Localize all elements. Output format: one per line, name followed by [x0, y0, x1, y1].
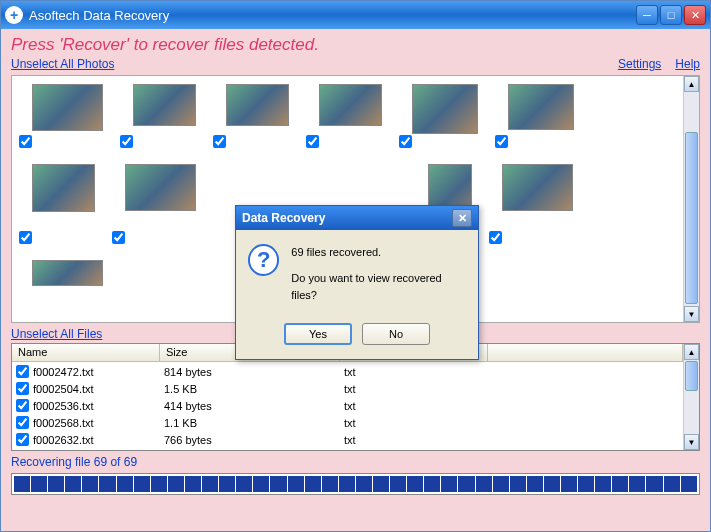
unselect-all-photos-link[interactable]: Unselect All Photos: [11, 57, 114, 71]
progress-segment: [253, 476, 269, 492]
minimize-button[interactable]: ─: [636, 5, 658, 25]
photo-item[interactable]: [32, 260, 103, 286]
dialog-title: Data Recovery: [242, 211, 452, 225]
photo-thumbnail[interactable]: [226, 84, 289, 126]
photo-item[interactable]: [125, 164, 196, 230]
photo-thumbnail[interactable]: [502, 164, 573, 211]
photo-thumbnail[interactable]: [32, 260, 103, 286]
table-row[interactable]: f0002568.txt: [12, 414, 160, 431]
table-row[interactable]: f0002632.txt: [12, 431, 160, 448]
progress-segment: [595, 476, 611, 492]
photo-checkbox[interactable]: [306, 135, 319, 148]
photo-thumbnail[interactable]: [133, 84, 196, 126]
file-ext: txt: [340, 363, 488, 380]
photo-thumbnail[interactable]: [32, 84, 103, 131]
no-button[interactable]: No: [362, 323, 430, 345]
progress-segment: [664, 476, 680, 492]
photo-checkbox[interactable]: [495, 135, 508, 148]
file-checkbox[interactable]: [16, 416, 29, 429]
progress-segment: [681, 476, 697, 492]
maximize-button[interactable]: □: [660, 5, 682, 25]
table-row[interactable]: f0002472.txt: [12, 363, 160, 380]
progress-segment: [527, 476, 543, 492]
files-scrollbar[interactable]: ▲ ▼: [683, 344, 699, 450]
table-row[interactable]: f0002504.txt: [12, 380, 160, 397]
progress-segment: [82, 476, 98, 492]
progress-bar: [11, 473, 700, 495]
progress-segment: [151, 476, 167, 492]
progress-segment: [476, 476, 492, 492]
photos-scrollbar[interactable]: ▲ ▼: [683, 76, 699, 322]
photo-checkbox[interactable]: [213, 135, 226, 148]
photo-item[interactable]: [412, 84, 478, 134]
file-name: f0002568.txt: [33, 417, 94, 429]
photo-checkbox[interactable]: [489, 231, 502, 244]
progress-segment: [14, 476, 30, 492]
photo-checkbox[interactable]: [19, 231, 32, 244]
progress-segment: [441, 476, 457, 492]
help-link[interactable]: Help: [675, 57, 700, 71]
file-checkbox[interactable]: [16, 365, 29, 378]
photo-item[interactable]: [32, 164, 95, 230]
app-icon: +: [5, 6, 23, 24]
files-scroll-thumb[interactable]: [685, 361, 698, 391]
photo-checkbox[interactable]: [120, 135, 133, 148]
progress-segment: [219, 476, 235, 492]
photo-thumbnail[interactable]: [125, 164, 196, 211]
progress-segment: [510, 476, 526, 492]
photo-item[interactable]: [319, 84, 382, 134]
progress-segment: [356, 476, 372, 492]
progress-segment: [202, 476, 218, 492]
photo-item[interactable]: [32, 84, 103, 134]
photo-thumbnail[interactable]: [319, 84, 382, 126]
photo-thumbnail[interactable]: [412, 84, 478, 134]
file-size: 814 bytes: [160, 363, 340, 380]
file-ext: txt: [340, 414, 488, 431]
photo-item[interactable]: [508, 84, 574, 134]
file-checkbox[interactable]: [16, 399, 29, 412]
dialog-close-button[interactable]: ✕: [452, 209, 472, 227]
window-controls: ─ □ ✕: [636, 5, 706, 25]
progress-segment: [407, 476, 423, 492]
photo-checkbox[interactable]: [19, 135, 32, 148]
progress-segment: [117, 476, 133, 492]
progress-segment: [236, 476, 252, 492]
files-scroll-down-icon[interactable]: ▼: [684, 434, 699, 450]
instruction-text: Press 'Recover' to recover files detecte…: [11, 35, 700, 55]
file-checkbox[interactable]: [16, 382, 29, 395]
scroll-down-icon[interactable]: ▼: [684, 306, 699, 322]
photo-item[interactable]: [502, 164, 573, 230]
progress-segment: [493, 476, 509, 492]
scroll-thumb[interactable]: [685, 132, 698, 304]
progress-segment: [185, 476, 201, 492]
progress-segment: [561, 476, 577, 492]
photo-thumbnail[interactable]: [508, 84, 574, 130]
progress-segment: [99, 476, 115, 492]
scroll-up-icon[interactable]: ▲: [684, 76, 699, 92]
photo-item[interactable]: [226, 84, 289, 134]
photo-checkbox[interactable]: [399, 135, 412, 148]
settings-link[interactable]: Settings: [618, 57, 661, 71]
photo-thumbnail[interactable]: [32, 164, 95, 212]
progress-segment: [134, 476, 150, 492]
yes-button[interactable]: Yes: [284, 323, 352, 345]
progress-segment: [65, 476, 81, 492]
progress-segment: [48, 476, 64, 492]
status-text: Recovering file 69 of 69: [11, 455, 700, 469]
progress-segment: [646, 476, 662, 492]
close-button[interactable]: ✕: [684, 5, 706, 25]
photo-item[interactable]: [133, 84, 196, 134]
file-name: f0002504.txt: [33, 383, 94, 395]
table-row[interactable]: f0002536.txt: [12, 397, 160, 414]
progress-segment: [31, 476, 47, 492]
unselect-all-files-link[interactable]: Unselect All Files: [11, 327, 102, 341]
file-checkbox[interactable]: [16, 433, 29, 446]
progress-segment: [373, 476, 389, 492]
photo-checkbox[interactable]: [112, 231, 125, 244]
main-window: + Asoftech Data Recovery ─ □ ✕ Press 'Re…: [0, 0, 711, 532]
progress-segment: [270, 476, 286, 492]
dialog-line1: 69 files recovered.: [291, 244, 466, 262]
files-scroll-up-icon[interactable]: ▲: [684, 344, 699, 360]
progress-segment: [424, 476, 440, 492]
col-header-name[interactable]: Name: [12, 344, 160, 362]
